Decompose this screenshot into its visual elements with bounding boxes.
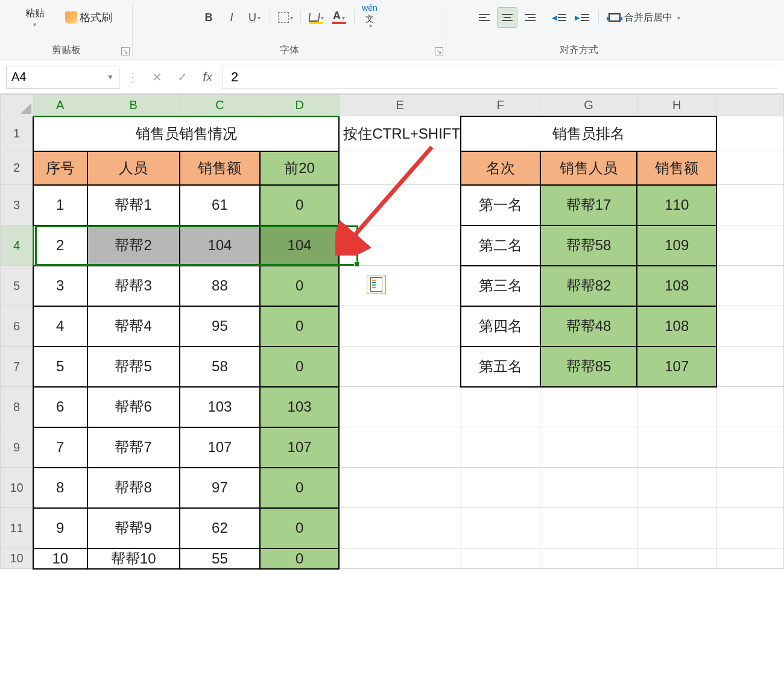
left-hdr-top20[interactable]: 前20 (260, 151, 339, 185)
cell-G12[interactable] (540, 548, 637, 569)
row-header-12[interactable]: 10 (1, 548, 34, 569)
align-right-button[interactable] (520, 7, 540, 28)
cell-C7[interactable]: 58 (180, 347, 260, 387)
right-hdr-person[interactable]: 销售人员 (540, 151, 637, 185)
cell-G9[interactable] (540, 427, 637, 468)
cell-H7[interactable]: 107 (637, 347, 716, 387)
cell-E2[interactable] (339, 151, 461, 185)
cell-D6[interactable]: 0 (260, 306, 339, 347)
cell-E7[interactable] (339, 347, 461, 387)
underline-button[interactable]: U (244, 7, 265, 28)
cell-blank[interactable] (716, 185, 784, 225)
col-header-H[interactable]: H (637, 95, 716, 116)
row-header-4[interactable]: 4 (1, 225, 34, 266)
cell-F8[interactable] (461, 387, 540, 427)
decrease-indent-button[interactable]: ◀ (549, 7, 569, 28)
cell-blank[interactable] (716, 151, 784, 185)
cell-C11[interactable]: 62 (180, 508, 260, 548)
cell-E5[interactable] (339, 266, 461, 306)
cell-C5[interactable]: 88 (180, 266, 260, 306)
cell-H8[interactable] (637, 387, 716, 427)
border-button[interactable] (275, 7, 296, 28)
cell-B4[interactable]: 帮帮2 (87, 225, 180, 266)
row-header-7[interactable]: 7 (1, 347, 34, 387)
cell-H9[interactable] (637, 427, 716, 468)
cell-B12[interactable]: 帮帮10 (87, 548, 180, 569)
cell-A6[interactable]: 4 (33, 306, 87, 347)
format-painter-button[interactable]: 格式刷 (62, 9, 116, 26)
cell-G7[interactable]: 帮帮85 (540, 347, 637, 387)
insert-function-button[interactable]: fx (197, 66, 218, 88)
cell-D8[interactable]: 103 (260, 387, 339, 427)
cell-B5[interactable]: 帮帮3 (87, 266, 180, 306)
cell-H6[interactable]: 108 (637, 306, 716, 347)
cell-F7[interactable]: 第五名 (461, 347, 540, 387)
cell-A9[interactable]: 7 (33, 427, 87, 468)
increase-indent-button[interactable]: ▶ (572, 7, 592, 28)
row-header-6[interactable]: 6 (1, 306, 34, 347)
cell-D4[interactable]: 104 (260, 225, 339, 266)
sheet-area[interactable]: A B C D E F G H 1 销售员销售情况 按住CTRL+SHIFT 销… (0, 94, 784, 570)
cell-blank[interactable] (716, 347, 784, 387)
cell-D10[interactable]: 0 (260, 468, 339, 508)
cell-F12[interactable] (461, 548, 540, 569)
col-header-G[interactable]: G (540, 95, 637, 116)
align-left-button[interactable] (474, 7, 495, 28)
col-header-F[interactable]: F (461, 95, 540, 116)
cell-E12[interactable] (339, 548, 461, 569)
spreadsheet-grid[interactable]: A B C D E F G H 1 销售员销售情况 按住CTRL+SHIFT 销… (0, 94, 784, 570)
row-header-2[interactable]: 2 (1, 151, 34, 185)
merge-center-button[interactable]: 合并后居中 (605, 7, 684, 28)
cell-D5[interactable]: 0 (260, 266, 339, 306)
cell-B11[interactable]: 帮帮9 (87, 508, 180, 548)
row-header-8[interactable]: 8 (1, 387, 34, 427)
cell-C8[interactable]: 103 (180, 387, 260, 427)
col-header-overflow[interactable] (716, 95, 784, 116)
cell-E9[interactable] (339, 427, 461, 468)
cell-blank[interactable] (716, 225, 784, 266)
name-box[interactable]: A4 ▼ (6, 66, 119, 89)
row-header-5[interactable]: 5 (1, 266, 34, 306)
cell-B8[interactable]: 帮帮6 (87, 387, 180, 427)
cancel-formula-button[interactable]: ✕ (146, 66, 168, 88)
cell-B3[interactable]: 帮帮1 (87, 185, 180, 225)
cell-C6[interactable]: 95 (180, 306, 260, 347)
cell-A10[interactable]: 8 (33, 468, 87, 508)
cell-A5[interactable]: 3 (33, 266, 87, 306)
cell-A4[interactable]: 2 (33, 225, 87, 266)
right-hdr-rank[interactable]: 名次 (461, 151, 540, 185)
cell-G6[interactable]: 帮帮48 (540, 306, 637, 347)
right-title[interactable]: 销售员排名 (461, 116, 716, 151)
cell-F6[interactable]: 第四名 (461, 306, 540, 347)
cell-blank[interactable] (716, 508, 784, 548)
cell-B9[interactable]: 帮帮7 (87, 427, 180, 468)
cell-A8[interactable]: 6 (33, 387, 87, 427)
cell-A3[interactable]: 1 (33, 185, 87, 225)
left-hdr-seq[interactable]: 序号 (33, 151, 87, 185)
cell-blank[interactable] (716, 116, 784, 151)
cell-blank[interactable] (716, 306, 784, 347)
cell-F9[interactable] (461, 427, 540, 468)
cell-D7[interactable]: 0 (260, 347, 339, 387)
cell-blank[interactable] (716, 548, 784, 569)
cell-C12[interactable]: 55 (180, 548, 260, 569)
cell-blank[interactable] (716, 266, 784, 306)
cell-H4[interactable]: 109 (637, 225, 716, 266)
bold-button[interactable]: B (198, 7, 219, 28)
cell-H3[interactable]: 110 (637, 185, 716, 225)
cell-A12[interactable]: 10 (33, 548, 87, 569)
col-header-A[interactable]: A (33, 95, 87, 116)
cell-H5[interactable]: 108 (637, 266, 716, 306)
cell-C4[interactable]: 104 (180, 225, 260, 266)
cell-D11[interactable]: 0 (260, 508, 339, 548)
cell-blank[interactable] (716, 427, 784, 468)
cell-E3[interactable] (339, 185, 461, 225)
cell-B7[interactable]: 帮帮5 (87, 347, 180, 387)
row-header-9[interactable]: 9 (1, 427, 34, 468)
fill-color-button[interactable] (306, 7, 326, 28)
align-center-button[interactable] (497, 7, 517, 28)
cell-H10[interactable] (637, 468, 716, 508)
cell-C3[interactable]: 61 (180, 185, 260, 225)
col-header-D[interactable]: D (260, 95, 339, 116)
col-header-E[interactable]: E (339, 95, 461, 116)
